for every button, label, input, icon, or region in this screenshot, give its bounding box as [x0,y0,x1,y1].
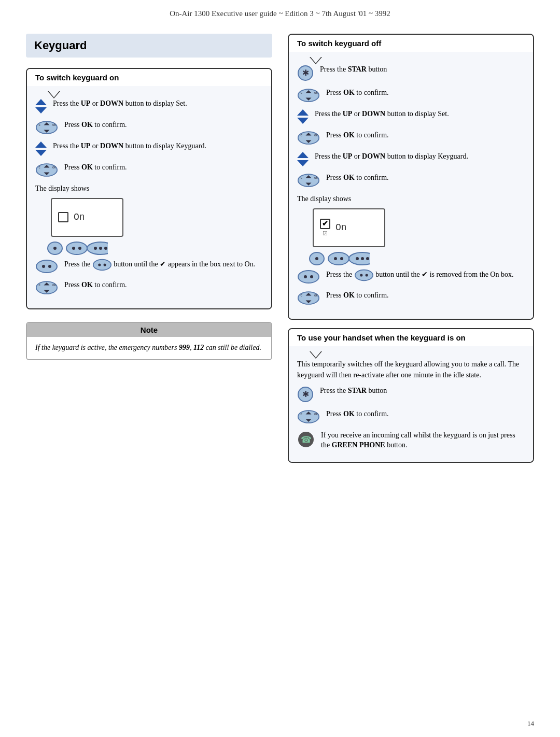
step-updown-off-2: Press the UP or DOWN button to display K… [297,151,525,168]
step-text-dotdot-off: Press the button until the ✔ is removed … [326,269,513,281]
softkey-row-off [307,251,525,266]
ok-icon-final-off [297,291,320,307]
display-label-text-off: The display shows [297,194,351,204]
page-number: 14 [527,719,534,728]
dotdot-icon-off [297,270,320,286]
use-handset-heading: To use your handset when the keyguard is… [289,329,533,346]
updown-icon-off-2 [297,152,309,168]
switch-off-box: To switch keyguard off Press the STAR bu… [288,34,534,320]
step-text-2: Press the UP or DOWN button to display K… [53,141,206,151]
display-checked-col: ☑ [320,219,330,237]
ok-icon-off-3 [297,173,320,190]
step-text-ok-off-3: Press OK to confirm. [326,173,389,183]
step-text-phone-handset: If you receive an incoming call whilst t… [321,430,525,450]
note-body: If the keyguard is active, the emergency… [27,337,271,359]
step-ok-final-off: Press OK to confirm. [297,290,525,307]
step-ok-off-3: Press OK to confirm. [297,173,525,190]
handset-body-text: This temporarily switches off the keygua… [297,359,525,380]
step-display-label-off: The display shows [297,194,525,204]
keyguard-title-box: Keyguard [26,34,272,58]
display-screen-off: On [51,198,263,237]
step-text-ok-final-off: Press OK to confirm. [326,290,389,301]
note-text: If the keyguard is active, the emergency… [35,344,261,351]
checkbox-empty [58,212,68,222]
dotdot-icon-on [35,259,58,276]
display-label-text-on: The display shows [35,183,89,194]
on-text-off: On [74,212,85,222]
step-ok-final-on: Press OK to confirm. [35,280,263,297]
step-ok-off-2: Press OK to confirm. [297,130,525,147]
step-updown-2: Press the UP or DOWN button to display K… [35,141,263,158]
phone-icon-handset: ☎ [297,431,315,450]
note-heading: Note [27,323,271,337]
step-dotdot-off: Press the button until the ✔ is removed … [297,269,525,286]
pointer-triangle [48,91,60,98]
step-star-handset: Press the STAR button [297,386,525,405]
display-screen-on: ☑ On [313,208,525,247]
step-text-ok-off-2: Press OK to confirm. [326,130,389,140]
right-column: To switch keyguard off Press the STAR bu… [288,34,534,463]
use-handset-body: This temporarily switches off the keygua… [289,346,533,462]
step-text-star-off: Press the STAR button [320,64,387,75]
step-text-ok-handset: Press OK to confirm. [326,409,389,419]
updown-icon-1 [35,99,47,116]
step-text-ok-final-on: Press OK to confirm. [64,280,127,290]
svg-text:☎: ☎ [301,435,312,445]
step-text-ok-1: Press OK to confirm. [64,120,127,130]
step-phone-handset: ☎ If you receive an incoming call whilst… [297,430,525,450]
softkey-row-on [46,241,263,256]
step-text-star-handset: Press the STAR button [320,386,387,396]
page-header: On-Air 1300 Executive user guide ~ Editi… [0,0,560,23]
step-text-1: Press the UP or DOWN button to display S… [53,98,187,109]
display-screen-box-on: ☑ On [313,208,385,247]
checkbox-checked [320,219,330,229]
star-icon-handset [297,386,314,405]
step-ok-off-1: Press OK to confirm. [297,88,525,105]
step-updown-off-1: Press the UP or DOWN button to display S… [297,109,525,126]
step-star-off: Press the STAR button [297,64,525,83]
switch-on-heading: To switch keyguard on [27,69,271,86]
checked-sub: ☑ [323,230,328,237]
ok-icon-1 [35,120,58,137]
updown-icon-2 [35,141,47,158]
ok-icon-off-2 [297,131,320,147]
step-display-label-on: The display shows [35,183,263,194]
ok-icon-final-on [35,280,58,297]
step-text-ok-off-1: Press OK to confirm. [326,88,389,98]
switch-off-body: Press the STAR button Press OK to confir… [289,52,533,319]
pointer-triangle-off [310,57,322,64]
step-ok-handset: Press OK to confirm. [297,409,525,426]
step-updown-1: Press the UP or DOWN button to display S… [35,98,263,116]
step-ok-1: Press OK to confirm. [35,120,263,137]
left-column: Keyguard To switch keyguard on Press the… [26,34,272,463]
ok-icon-off-1 [297,88,320,105]
step-text-dotdot-on: Press the button until the ✔ appears in … [64,259,255,271]
keyguard-title: Keyguard [34,39,264,52]
on-text-on: On [335,222,347,233]
use-handset-box: To use your handset when the keyguard is… [288,328,534,463]
step-text-updown-off-1: Press the UP or DOWN button to display S… [315,109,449,119]
ok-icon-2 [35,163,58,179]
switch-on-body: Press the UP or DOWN button to display S… [27,86,271,308]
step-text-updown-off-2: Press the UP or DOWN button to display K… [315,151,468,162]
note-box: Note If the keyguard is active, the emer… [26,322,272,360]
switch-on-box: To switch keyguard on Press the UP or DO… [26,68,272,309]
pointer-triangle-handset [310,351,322,359]
updown-icon-off-1 [297,109,309,126]
switch-off-heading: To switch keyguard off [289,35,533,52]
star-icon-off [297,65,314,83]
step-text-ok-2: Press OK to confirm. [64,162,127,173]
step-dotdot-on: Press the button until the ✔ appears in … [35,259,263,276]
display-screen-box-off: On [51,198,123,237]
ok-icon-handset [297,409,320,426]
step-ok-2: Press OK to confirm. [35,162,263,179]
